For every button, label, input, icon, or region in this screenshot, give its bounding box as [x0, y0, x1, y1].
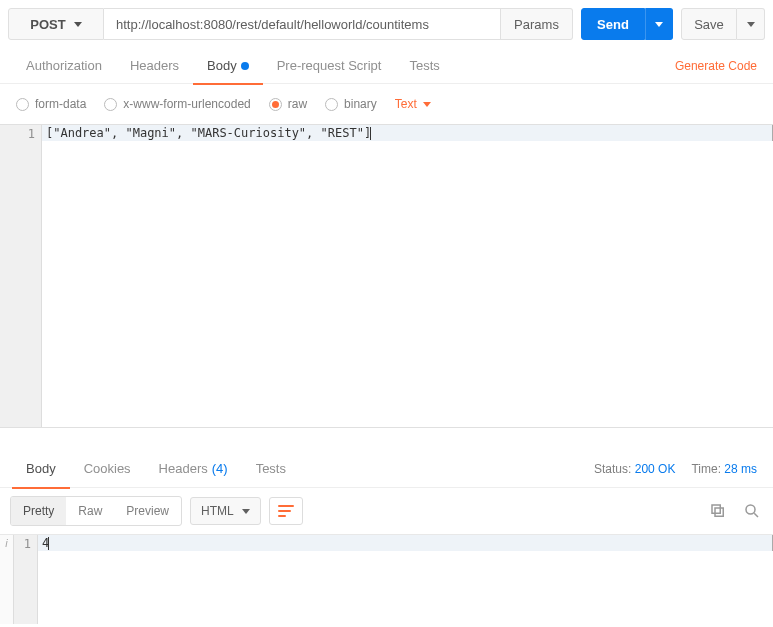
- params-button[interactable]: Params: [501, 8, 573, 40]
- resp-tab-body[interactable]: Body: [12, 450, 70, 488]
- http-method-label: POST: [30, 17, 65, 32]
- send-button[interactable]: Send: [581, 8, 645, 40]
- search-button[interactable]: [741, 500, 763, 522]
- resp-tab-tests[interactable]: Tests: [242, 450, 300, 488]
- resp-headers-label: Headers: [159, 461, 208, 476]
- line-number: 1: [0, 127, 35, 141]
- wrap-icon: [278, 505, 294, 517]
- response-view-row: Pretty Raw Preview HTML: [0, 488, 773, 534]
- request-tabs: Authorization Headers Body Pre-request S…: [0, 48, 773, 84]
- unsaved-dot-icon: [241, 62, 249, 70]
- tab-prerequest[interactable]: Pre-request Script: [263, 48, 396, 84]
- radio-icon: [325, 98, 338, 111]
- radio-label: form-data: [35, 97, 86, 111]
- time-label: Time:: [691, 462, 721, 476]
- info-icon: i: [0, 535, 13, 549]
- tab-authorization[interactable]: Authorization: [12, 48, 116, 84]
- svg-point-2: [746, 505, 755, 514]
- wrap-lines-button[interactable]: [269, 497, 303, 525]
- radio-urlencoded[interactable]: x-www-form-urlencoded: [104, 97, 250, 111]
- tab-tests[interactable]: Tests: [395, 48, 453, 84]
- radio-binary[interactable]: binary: [325, 97, 377, 111]
- chevron-down-icon: [242, 509, 250, 514]
- radio-label: binary: [344, 97, 377, 111]
- body-format-select[interactable]: Text: [395, 97, 431, 111]
- time-value: 28 ms: [724, 462, 757, 476]
- body-format-label: Text: [395, 97, 417, 111]
- response-lang-label: HTML: [201, 504, 234, 518]
- resp-tab-headers[interactable]: Headers (4): [145, 450, 242, 488]
- response-actions: [707, 500, 763, 522]
- radio-form-data[interactable]: form-data: [16, 97, 86, 111]
- chevron-down-icon: [655, 22, 663, 27]
- tab-body[interactable]: Body: [193, 48, 263, 84]
- http-method-select[interactable]: POST: [8, 8, 104, 40]
- response-lang-select[interactable]: HTML: [190, 497, 261, 525]
- resp-tab-cookies[interactable]: Cookies: [70, 450, 145, 488]
- code-line: ["Andrea", "Magni", "MARS-Curiosity", "R…: [42, 125, 773, 141]
- radio-raw[interactable]: raw: [269, 97, 307, 111]
- send-dropdown-button[interactable]: [645, 8, 673, 40]
- info-gutter: i: [0, 535, 14, 624]
- generate-code-link[interactable]: Generate Code: [675, 59, 761, 73]
- view-pretty[interactable]: Pretty: [11, 497, 66, 525]
- copy-button[interactable]: [707, 500, 729, 522]
- svg-line-3: [754, 513, 758, 517]
- search-icon: [743, 502, 761, 520]
- editor-gutter: 1: [0, 125, 42, 427]
- request-toolbar: POST Params Send Save: [0, 0, 773, 48]
- editor-content[interactable]: ["Andrea", "Magni", "MARS-Curiosity", "R…: [42, 125, 773, 427]
- copy-icon: [709, 502, 727, 520]
- radio-icon: [269, 98, 282, 111]
- url-input[interactable]: [104, 8, 501, 40]
- chevron-down-icon: [74, 22, 82, 27]
- radio-icon: [104, 98, 117, 111]
- editor-content[interactable]: 4: [38, 535, 773, 624]
- tab-body-label: Body: [207, 58, 237, 73]
- radio-label: x-www-form-urlencoded: [123, 97, 250, 111]
- svg-rect-1: [712, 505, 720, 513]
- request-body-editor[interactable]: 1 ["Andrea", "Magni", "MARS-Curiosity", …: [0, 124, 773, 428]
- view-mode-segment: Pretty Raw Preview: [10, 496, 182, 526]
- save-button[interactable]: Save: [681, 8, 737, 40]
- line-number: 1: [14, 537, 31, 551]
- status-value: 200 OK: [635, 462, 676, 476]
- radio-icon: [16, 98, 29, 111]
- body-type-row: form-data x-www-form-urlencoded raw bina…: [0, 84, 773, 124]
- response-body-editor[interactable]: i 1 4: [0, 534, 773, 624]
- view-preview[interactable]: Preview: [114, 497, 181, 525]
- response-tabs: Body Cookies Headers (4) Tests Status: 2…: [0, 450, 773, 488]
- radio-label: raw: [288, 97, 307, 111]
- resp-headers-count: (4): [212, 461, 228, 476]
- editor-gutter: 1: [14, 535, 38, 624]
- view-raw[interactable]: Raw: [66, 497, 114, 525]
- status-label: Status:: [594, 462, 631, 476]
- chevron-down-icon: [423, 102, 431, 107]
- save-dropdown-button[interactable]: [737, 8, 765, 40]
- response-status: Status: 200 OK Time: 28 ms: [594, 462, 761, 476]
- divider: [0, 428, 773, 450]
- code-line: 4: [38, 535, 773, 551]
- svg-rect-0: [715, 508, 723, 516]
- tab-headers[interactable]: Headers: [116, 48, 193, 84]
- chevron-down-icon: [747, 22, 755, 27]
